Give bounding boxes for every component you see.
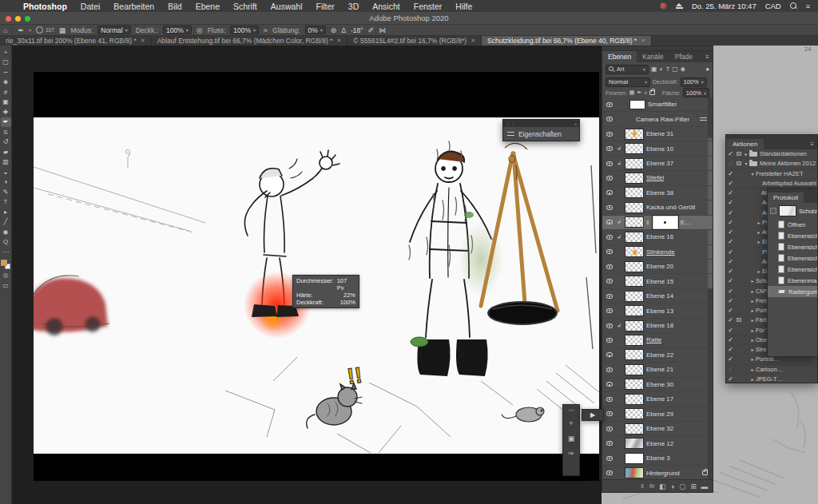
- menu-item-filter[interactable]: Filter: [316, 2, 335, 11]
- panel-icon[interactable]: ▣: [568, 435, 575, 442]
- panel-menu-icon[interactable]: ≡: [702, 51, 713, 62]
- layer-thumbnail[interactable]: [629, 100, 645, 109]
- layer-visibility-toggle[interactable]: [605, 367, 614, 372]
- layer-name[interactable]: Ratte: [646, 336, 661, 343]
- layer-name[interactable]: Kacka und Geröll: [646, 204, 695, 211]
- history-row[interactable]: Ebenensichtbarkeit: [768, 252, 817, 264]
- document-tab[interactable]: © 555615L4#2.tif bei 16,7% (RGB/8*)✕: [347, 36, 482, 46]
- layer-name[interactable]: Ebene 3: [646, 454, 670, 462]
- close-tab-icon[interactable]: ✕: [141, 38, 145, 44]
- panel-icon[interactable]: ✑: [568, 450, 574, 458]
- layer-name[interactable]: Hintergrund: [646, 470, 680, 477]
- hand-tool[interactable]: ◉: [1, 227, 11, 237]
- brush-angle-value[interactable]: -18°: [351, 26, 363, 34]
- disclosure-icon[interactable]: ▾: [749, 171, 756, 177]
- flow-select[interactable]: 100%▾: [230, 26, 259, 34]
- layer-name[interactable]: Ebene 10: [646, 145, 673, 153]
- layer-visibility-toggle[interactable]: [605, 264, 614, 269]
- action-check-icon[interactable]: ✓: [726, 366, 735, 373]
- layer-thumbnail[interactable]: [625, 408, 644, 419]
- collapse-chevrons-icon[interactable]: »: [574, 121, 577, 126]
- tab-pfade[interactable]: Pfade: [669, 51, 698, 62]
- layer-thumbnail[interactable]: [625, 291, 644, 302]
- layer-name[interactable]: Ebene 13: [646, 308, 673, 315]
- disclosure-icon[interactable]: ▸: [749, 356, 756, 362]
- home-icon[interactable]: ⌂: [3, 26, 7, 35]
- history-row[interactable]: Ebenenmaske hinzufügen: [768, 275, 817, 286]
- layer-row[interactable]: Ebene 20: [602, 260, 713, 274]
- eigenschaften-panel-header[interactable]: Eigenschaften: [503, 127, 579, 141]
- layer-thumbnail[interactable]: [625, 158, 644, 169]
- layer-row[interactable]: Ebene 17: [602, 392, 713, 407]
- disclosure-icon[interactable]: ▸: [749, 367, 756, 372]
- disclosure-icon[interactable]: ▸: [749, 376, 756, 382]
- layer-row[interactable]: Ebene 13: [602, 304, 713, 318]
- layer-row[interactable]: Ebene 14: [602, 289, 713, 304]
- close-tab-icon[interactable]: ✕: [336, 38, 341, 44]
- collapse-chevrons-icon[interactable]: ««: [569, 407, 574, 412]
- action-check-icon[interactable]: ✓: [726, 228, 735, 236]
- layer-thumbnail[interactable]: [625, 232, 644, 243]
- action-row[interactable]: ✓▸JPEG-T…: [726, 375, 817, 383]
- brush-tool[interactable]: ✒: [1, 117, 11, 128]
- opacity-select[interactable]: 100%▾: [163, 26, 192, 34]
- filter-toggle-icon[interactable]: ●: [705, 65, 709, 73]
- layer-visibility-toggle[interactable]: [605, 161, 614, 166]
- pressure-opacity-icon[interactable]: ◎: [197, 26, 203, 35]
- action-dialog-toggle[interactable]: [735, 318, 743, 322]
- action-row[interactable]: ✓▸Standardaktionen: [726, 149, 817, 159]
- layer-visibility-toggle[interactable]: [605, 132, 614, 137]
- action-check-icon[interactable]: ✓: [726, 170, 735, 177]
- smoothing-select[interactable]: 0%▾: [305, 26, 326, 34]
- collapsed-panel-dock[interactable]: «« + ▣ ✑: [562, 404, 580, 476]
- menu-item-bearbeiten[interactable]: Bearbeiten: [113, 2, 154, 11]
- layer-row[interactable]: ↲∞E…: [602, 216, 713, 230]
- tab-aktionen[interactable]: Aktionen: [726, 139, 764, 149]
- layer-row[interactable]: Ebene 38: [602, 186, 713, 200]
- blend-mode-select[interactable]: Normal▾: [97, 26, 130, 34]
- tab-kanaele[interactable]: Kanäle: [637, 51, 669, 62]
- layer-visibility-toggle[interactable]: [605, 308, 614, 313]
- menu-item-photoshop[interactable]: Photoshop: [23, 2, 67, 11]
- layer-row[interactable]: Ebene 12: [602, 436, 713, 450]
- disclosure-icon[interactable]: ▸: [756, 220, 762, 225]
- blur-tool[interactable]: ◒: [1, 167, 11, 177]
- tab-ebenen[interactable]: Ebenen: [602, 51, 637, 62]
- layer-thumbnail[interactable]: [625, 320, 644, 331]
- brush-preset-icon[interactable]: ✒: [18, 26, 24, 35]
- move-panel-icon[interactable]: +: [569, 419, 573, 427]
- layer-visibility-toggle[interactable]: [605, 397, 614, 402]
- action-row[interactable]: ✓▾Freisteller HAZET: [726, 169, 817, 179]
- history-brush-tool[interactable]: ↺: [1, 137, 11, 148]
- color-swatches[interactable]: [1, 260, 11, 271]
- tab-protokoll[interactable]: Protokoll: [768, 192, 804, 203]
- filter-smartobject-icon[interactable]: ◈: [681, 65, 685, 73]
- layer-thumbnail[interactable]: [625, 394, 644, 405]
- layer-name[interactable]: Ebene 12: [646, 440, 673, 447]
- pen-tool[interactable]: ✎: [1, 187, 11, 197]
- action-check-icon[interactable]: ✓: [726, 277, 735, 284]
- filter-type-icon[interactable]: T: [665, 65, 669, 73]
- action-check-icon[interactable]: ✓: [726, 307, 735, 314]
- control-center-icon[interactable]: ≡: [806, 2, 810, 10]
- history-row[interactable]: Ebenensichtbarkeit: [768, 264, 817, 275]
- filter-shape-icon[interactable]: ▢: [672, 65, 678, 73]
- layer-thumbnail[interactable]: [625, 173, 644, 184]
- layer-visibility-toggle[interactable]: [605, 279, 614, 284]
- clone-stamp-tool[interactable]: S: [1, 127, 11, 137]
- menu-item-bild[interactable]: Bild: [168, 2, 182, 11]
- document-tab[interactable]: Schutzkleidung.tif bei 66,7% (Ebene 40, …: [482, 36, 652, 46]
- layer-row[interactable]: Stiefel: [602, 171, 713, 185]
- panel-menu-icon[interactable]: ≡: [807, 139, 817, 149]
- document-tab[interactable]: Ablauf Entstehung.tif bei 66,7% (Mädchen…: [152, 36, 348, 46]
- layer-visibility-toggle[interactable]: [605, 117, 614, 121]
- disclosure-icon[interactable]: ▸: [749, 347, 756, 352]
- smoothing-gear-icon[interactable]: ⊛: [331, 26, 337, 35]
- layer-thumbnail[interactable]: [625, 349, 644, 360]
- eraser-tool[interactable]: ▰: [1, 147, 11, 157]
- filter-adjustment-icon[interactable]: ◐: [660, 65, 664, 73]
- path-selection-tool[interactable]: ▸: [1, 207, 11, 217]
- filter-pixel-icon[interactable]: ▣: [651, 65, 657, 73]
- layer-row[interactable]: Ebene 22: [602, 348, 713, 363]
- close-tab-icon[interactable]: ✕: [471, 38, 475, 44]
